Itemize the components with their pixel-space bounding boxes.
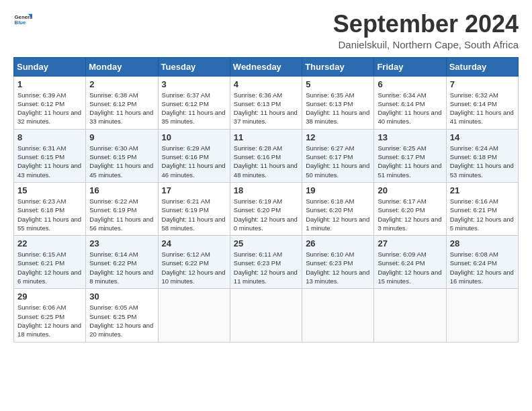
col-wednesday: Wednesday <box>230 57 302 76</box>
page: General Blue September 2024 Danielskuil,… <box>0 0 532 411</box>
table-row: 15 Sunrise: 6:23 AMSunset: 6:18 PMDaylig… <box>14 182 519 235</box>
table-cell: 20 Sunrise: 6:17 AMSunset: 6:20 PMDaylig… <box>374 182 446 235</box>
day-detail: Sunrise: 6:31 AMSunset: 6:15 PMDaylight:… <box>17 144 81 179</box>
table-row: 29 Sunrise: 6:06 AMSunset: 6:25 PMDaylig… <box>14 289 519 342</box>
table-cell <box>230 289 302 342</box>
day-detail: Sunrise: 6:22 AMSunset: 6:19 PMDaylight:… <box>89 197 153 232</box>
day-detail: Sunrise: 6:21 AMSunset: 6:19 PMDaylight:… <box>162 197 226 232</box>
table-cell: 19 Sunrise: 6:18 AMSunset: 6:20 PMDaylig… <box>302 182 374 235</box>
header-row: Sunday Monday Tuesday Wednesday Thursday… <box>14 57 519 76</box>
day-detail: Sunrise: 6:18 AMSunset: 6:20 PMDaylight:… <box>306 197 369 232</box>
day-detail: Sunrise: 6:12 AMSunset: 6:22 PMDaylight:… <box>162 250 226 285</box>
col-sunday: Sunday <box>14 57 86 76</box>
table-cell: 4 Sunrise: 6:36 AMSunset: 6:13 PMDayligh… <box>230 76 302 129</box>
table-cell: 17 Sunrise: 6:21 AMSunset: 6:19 PMDaylig… <box>158 182 230 235</box>
day-detail: Sunrise: 6:34 AMSunset: 6:14 PMDaylight:… <box>378 91 441 126</box>
day-detail: Sunrise: 6:23 AMSunset: 6:18 PMDaylight:… <box>17 197 81 232</box>
day-number: 7 <box>450 79 515 89</box>
day-detail: Sunrise: 6:37 AMSunset: 6:12 PMDaylight:… <box>162 91 226 126</box>
day-number: 4 <box>234 79 298 89</box>
table-cell: 22 Sunrise: 6:15 AMSunset: 6:21 PMDaylig… <box>14 236 86 289</box>
col-saturday: Saturday <box>446 57 518 76</box>
table-cell: 3 Sunrise: 6:37 AMSunset: 6:12 PMDayligh… <box>158 76 230 129</box>
day-detail: Sunrise: 6:35 AMSunset: 6:13 PMDaylight:… <box>306 91 369 126</box>
day-number: 15 <box>17 185 82 195</box>
table-row: 1 Sunrise: 6:39 AMSunset: 6:12 PMDayligh… <box>14 76 519 129</box>
day-number: 6 <box>378 79 442 89</box>
month-title: September 2024 <box>333 11 519 38</box>
day-detail: Sunrise: 6:32 AMSunset: 6:14 PMDaylight:… <box>450 91 514 126</box>
day-number: 14 <box>450 132 515 142</box>
day-number: 25 <box>234 238 298 248</box>
day-detail: Sunrise: 6:16 AMSunset: 6:21 PMDaylight:… <box>450 197 514 232</box>
table-cell: 12 Sunrise: 6:27 AMSunset: 6:17 PMDaylig… <box>302 129 374 182</box>
day-detail: Sunrise: 6:36 AMSunset: 6:13 PMDaylight:… <box>234 91 298 126</box>
day-detail: Sunrise: 6:06 AMSunset: 6:25 PMDaylight:… <box>17 304 81 338</box>
col-monday: Monday <box>86 57 158 76</box>
col-thursday: Thursday <box>302 57 374 76</box>
table-cell: 1 Sunrise: 6:39 AMSunset: 6:12 PMDayligh… <box>14 76 86 129</box>
day-number: 12 <box>306 132 370 142</box>
day-number: 30 <box>89 291 154 302</box>
day-detail: Sunrise: 6:19 AMSunset: 6:20 PMDaylight:… <box>234 197 298 232</box>
day-detail: Sunrise: 6:08 AMSunset: 6:24 PMDaylight:… <box>450 250 514 285</box>
location-title: Danielskuil, Northern Cape, South Africa <box>333 39 519 50</box>
day-detail: Sunrise: 6:24 AMSunset: 6:18 PMDaylight:… <box>450 144 514 179</box>
day-number: 2 <box>89 79 154 89</box>
table-cell: 23 Sunrise: 6:14 AMSunset: 6:22 PMDaylig… <box>86 236 158 289</box>
day-detail: Sunrise: 6:27 AMSunset: 6:17 PMDaylight:… <box>306 144 369 179</box>
table-cell <box>374 289 446 342</box>
day-number: 1 <box>17 79 82 89</box>
table-cell: 28 Sunrise: 6:08 AMSunset: 6:24 PMDaylig… <box>446 236 518 289</box>
title-block: September 2024 Danielskuil, Northern Cap… <box>333 11 519 50</box>
table-cell: 29 Sunrise: 6:06 AMSunset: 6:25 PMDaylig… <box>14 289 86 342</box>
day-detail: Sunrise: 6:28 AMSunset: 6:16 PMDaylight:… <box>234 144 298 179</box>
calendar-table: Sunday Monday Tuesday Wednesday Thursday… <box>13 57 519 342</box>
day-number: 22 <box>17 238 82 248</box>
day-number: 11 <box>234 132 298 142</box>
table-cell <box>302 289 374 342</box>
day-number: 5 <box>306 79 370 89</box>
table-cell: 16 Sunrise: 6:22 AMSunset: 6:19 PMDaylig… <box>86 182 158 235</box>
table-cell: 25 Sunrise: 6:11 AMSunset: 6:23 PMDaylig… <box>230 236 302 289</box>
day-number: 20 <box>378 185 442 195</box>
table-cell: 5 Sunrise: 6:35 AMSunset: 6:13 PMDayligh… <box>302 76 374 129</box>
day-number: 10 <box>162 132 226 142</box>
table-cell: 21 Sunrise: 6:16 AMSunset: 6:21 PMDaylig… <box>446 182 518 235</box>
day-number: 8 <box>17 132 82 142</box>
logo-icon: General Blue <box>13 11 32 30</box>
day-detail: Sunrise: 6:14 AMSunset: 6:22 PMDaylight:… <box>89 250 153 285</box>
day-detail: Sunrise: 6:17 AMSunset: 6:20 PMDaylight:… <box>378 197 441 232</box>
table-cell: 8 Sunrise: 6:31 AMSunset: 6:15 PMDayligh… <box>14 129 86 182</box>
day-number: 3 <box>162 79 226 89</box>
table-cell: 24 Sunrise: 6:12 AMSunset: 6:22 PMDaylig… <box>158 236 230 289</box>
table-cell: 6 Sunrise: 6:34 AMSunset: 6:14 PMDayligh… <box>374 76 446 129</box>
logo: General Blue <box>13 11 32 30</box>
table-cell: 14 Sunrise: 6:24 AMSunset: 6:18 PMDaylig… <box>446 129 518 182</box>
day-detail: Sunrise: 6:39 AMSunset: 6:12 PMDaylight:… <box>17 91 81 126</box>
day-detail: Sunrise: 6:25 AMSunset: 6:17 PMDaylight:… <box>378 144 441 179</box>
table-cell: 15 Sunrise: 6:23 AMSunset: 6:18 PMDaylig… <box>14 182 86 235</box>
day-number: 17 <box>162 185 226 195</box>
table-cell: 2 Sunrise: 6:38 AMSunset: 6:12 PMDayligh… <box>86 76 158 129</box>
table-row: 22 Sunrise: 6:15 AMSunset: 6:21 PMDaylig… <box>14 236 519 289</box>
day-detail: Sunrise: 6:09 AMSunset: 6:24 PMDaylight:… <box>378 250 441 285</box>
day-number: 21 <box>450 185 515 195</box>
table-cell <box>158 289 230 342</box>
day-number: 9 <box>89 132 154 142</box>
day-number: 29 <box>17 291 82 302</box>
day-detail: Sunrise: 6:30 AMSunset: 6:15 PMDaylight:… <box>89 144 153 179</box>
day-detail: Sunrise: 6:15 AMSunset: 6:21 PMDaylight:… <box>17 250 81 285</box>
table-cell <box>446 289 518 342</box>
day-number: 16 <box>89 185 154 195</box>
svg-text:Blue: Blue <box>15 19 27 26</box>
table-row: 8 Sunrise: 6:31 AMSunset: 6:15 PMDayligh… <box>14 129 519 182</box>
day-detail: Sunrise: 6:10 AMSunset: 6:23 PMDaylight:… <box>306 250 369 285</box>
day-number: 13 <box>378 132 442 142</box>
table-cell: 27 Sunrise: 6:09 AMSunset: 6:24 PMDaylig… <box>374 236 446 289</box>
day-detail: Sunrise: 6:29 AMSunset: 6:16 PMDaylight:… <box>162 144 226 179</box>
table-cell: 18 Sunrise: 6:19 AMSunset: 6:20 PMDaylig… <box>230 182 302 235</box>
day-number: 23 <box>89 238 154 248</box>
table-cell: 9 Sunrise: 6:30 AMSunset: 6:15 PMDayligh… <box>86 129 158 182</box>
day-number: 19 <box>306 185 370 195</box>
